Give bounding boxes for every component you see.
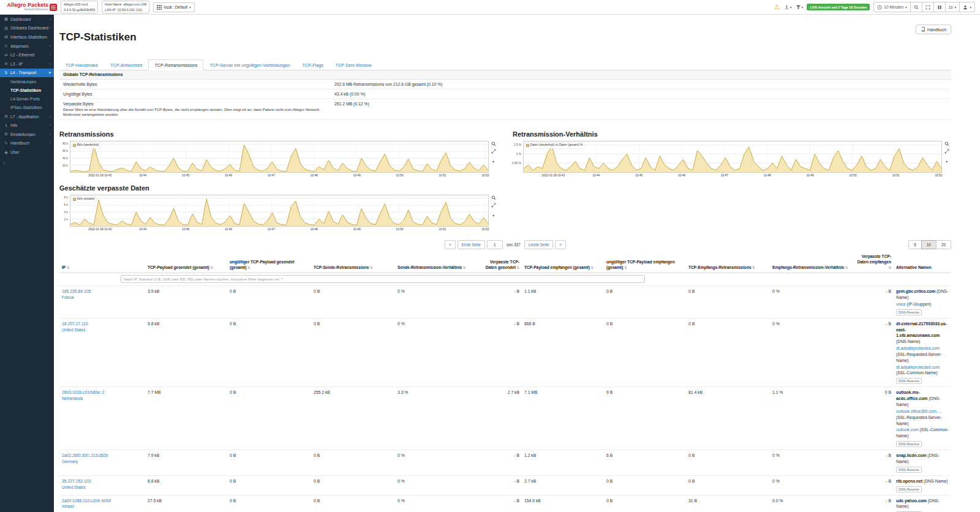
column-header-tcp-payload-empfangen-gesamt[interactable]: TCP-Payload empfangen (gesamt) ⇅ bbox=[522, 253, 604, 273]
sidebar-item-l4-transport[interactable]: ⇅L4 - Transport▾ bbox=[0, 69, 54, 78]
chart-range-button[interactable] bbox=[491, 149, 496, 154]
country-link[interactable]: United States bbox=[62, 485, 85, 489]
y-tick-label: 0.50 % bbox=[512, 162, 521, 165]
column-header-sende-retransmission-verh-ltnis[interactable]: Sende-Retransmission-Verhältnis ⇅ bbox=[395, 253, 479, 273]
chart-zoom-button[interactable] bbox=[491, 195, 496, 200]
chart-options-button[interactable]: ▾ bbox=[492, 210, 494, 218]
dns-resolve-button[interactable]: DNS-Resolve bbox=[896, 378, 922, 384]
sidebar-item-dashboard[interactable]: ▦Dashboard› bbox=[0, 15, 54, 24]
column-header-verpasste-tcp-daten-empfangen[interactable]: Verpasste TCP-Daten empfangen ⇅ bbox=[854, 253, 894, 273]
sidebar-item-allgemein[interactable]: ⊙Allgemein› bbox=[0, 42, 54, 51]
sidebar-item-info[interactable]: ℹInfo› bbox=[0, 121, 54, 130]
last-page-button[interactable]: Letzte Seite bbox=[524, 240, 554, 249]
alt-name-link[interactable]: voice bbox=[896, 302, 906, 306]
ip-link[interactable]: 2603:1026:c03:680e::2 bbox=[62, 390, 105, 394]
chart-options-button[interactable]: ▾ bbox=[492, 156, 494, 164]
column-header-verpasste-tcp-daten-gesendet[interactable]: Verpasste TCP-Daten gesendet ⇅ bbox=[479, 253, 522, 273]
chevron-down-icon: ▾ bbox=[48, 70, 51, 75]
country-link[interactable]: France bbox=[62, 295, 74, 299]
logo-title: Allegro Packets bbox=[7, 2, 48, 8]
last-page-arrow-button[interactable]: » bbox=[555, 240, 566, 249]
tab-tcp-retransmissions[interactable]: TCP-Retransmissions bbox=[148, 59, 203, 70]
x-tick-label: 10:48 bbox=[311, 174, 318, 177]
fullscreen-button[interactable] bbox=[922, 2, 934, 12]
sidebar-item-interface-statistiken[interactable]: ▤Interface-Statistiken bbox=[0, 32, 54, 42]
dns-resolve-button[interactable]: DNS-Resolve bbox=[896, 441, 922, 447]
ip-link[interactable]: 2a02:26f0:300::213:d52b bbox=[62, 453, 108, 457]
column-header-ung-ltiger-tcp-payload-gesendet-gesamt[interactable]: ungültiger TCP-Payload gesendet (gesamt)… bbox=[227, 253, 311, 273]
alt-name-link[interactable]: dt.adsafeprotected.com bbox=[896, 346, 940, 350]
host-info[interactable]: Host-Name: allegro-mm-1f9f LAN-IP: 10.54… bbox=[102, 1, 149, 13]
dns-resolve-button[interactable]: DNS-Resolve bbox=[896, 309, 922, 315]
pause-button[interactable] bbox=[933, 2, 946, 12]
dns-resolve-button[interactable]: DNS-Resolve bbox=[896, 486, 922, 492]
page-size-button-20[interactable]: 20 bbox=[936, 240, 951, 249]
chart-zoom-button[interactable] bbox=[491, 141, 496, 146]
tab-tcp-flags[interactable]: TCP-Flags bbox=[296, 59, 329, 70]
country-link[interactable]: Germany bbox=[62, 459, 78, 464]
column-header-tcp-empfangs-retransmissions[interactable]: TCP-Empfangs-Retransmissions ⇅ bbox=[686, 253, 770, 273]
sidebar-collapse-toggle[interactable]: ‹ bbox=[0, 157, 54, 166]
download-button[interactable]: ▾ bbox=[784, 4, 792, 10]
warning-button[interactable]: ⚠ bbox=[774, 4, 780, 10]
tab-tcp-zero-window[interactable]: TCP Zero Window bbox=[330, 59, 378, 70]
sidebar-item-ipsec-statistiken[interactable]: IPSec-Statistiken bbox=[0, 104, 54, 112]
user-menu-button[interactable]: ▾ bbox=[959, 2, 975, 12]
page-size-button-10[interactable]: 10 bbox=[921, 240, 937, 249]
column-header-empfangs-retransmission-verh-ltnis[interactable]: Empfangs-Retransmission-Verhältnis ⇅ bbox=[770, 253, 854, 273]
country-link[interactable]: Netherlands bbox=[62, 396, 83, 401]
chart-plot[interactable]: Daten (wiederholt) zu Daten (gesamt) % bbox=[523, 141, 942, 173]
chart-plot[interactable]: Bit/s (wiederholt) bbox=[70, 141, 489, 173]
time-range-selector[interactable]: 10 Minuten ▾ bbox=[873, 2, 910, 12]
sidebar-item-label: Dashboard bbox=[10, 17, 48, 21]
filter-button[interactable]: ▾ bbox=[796, 4, 804, 10]
ip-link[interactable]: 185.235.84.105 bbox=[62, 289, 91, 293]
ip-link[interactable]: 18.207.27.110 bbox=[62, 322, 88, 326]
page-size-button-5[interactable]: 5 bbox=[908, 240, 922, 249]
alt-name-link[interactable]: outlook.com bbox=[896, 427, 919, 432]
alt-names-cell: snap.licdn.com (DNS-Name)DNS-Resolve bbox=[894, 450, 951, 476]
sidebar-item-globales-dashboard[interactable]: ▥Globales Dashboard› bbox=[0, 24, 54, 33]
sidebar-item-handbuch[interactable]: ✎Handbuch› bbox=[0, 139, 54, 148]
sidebar-item-tcp-statistiken[interactable]: TCP-Statistiken bbox=[0, 86, 54, 94]
country-link[interactable]: United States bbox=[62, 328, 85, 332]
sidebar-item-l3-ip[interactable]: ⊕L3 - IP› bbox=[0, 59, 54, 69]
column-header-tcp-payload-gesendet-gesamt[interactable]: TCP-Payload gesendet (gesamt) ⇅ bbox=[145, 253, 227, 273]
sidebar-item-einstellungen[interactable]: ⚙Einstellungen› bbox=[0, 130, 54, 139]
sidebar-item-l4-server-ports[interactable]: L4-Server-Ports bbox=[0, 95, 54, 104]
column-header-ip[interactable]: IP ⇅ bbox=[59, 253, 145, 273]
manual-button[interactable]: Handbuch bbox=[916, 24, 951, 34]
chart-range-button[interactable] bbox=[944, 149, 949, 154]
table-filter-input[interactable] bbox=[121, 275, 645, 283]
refresh-interval-selector[interactable]: 1s ▾ bbox=[945, 2, 960, 12]
ip-link[interactable]: 2a00:1288:110:c204::b000 bbox=[62, 499, 111, 503]
sidebar-item-verbindungen[interactable]: Verbindungen bbox=[0, 77, 54, 86]
device-info[interactable]: Allegro-200-rev1 3.4.0-31-gc8e93b956 bbox=[61, 1, 98, 13]
page-number-input[interactable] bbox=[487, 240, 503, 249]
country-link[interactable]: Ireland bbox=[62, 504, 74, 508]
dns-resolve-button[interactable]: DNS-Resolve bbox=[896, 467, 922, 473]
first-page-arrow-button[interactable]: « bbox=[445, 240, 456, 249]
live-view-badge[interactable]: LIVE-Ansicht seit 2 Tage 18 Stunden bbox=[807, 4, 870, 10]
tab-tcp-antwortzeit[interactable]: TCP-Antwortzeit bbox=[104, 59, 148, 70]
column-header-ung-ltiger-tcp-payload-empfangen-gesamt[interactable]: ungültiger TCP-Payload empfangen (gesamt… bbox=[604, 253, 686, 273]
profile-selector[interactable]: local : Default ▾ bbox=[153, 2, 194, 12]
sidebar-item-l2-ethernet[interactable]: ⇄L2 - Ethernet› bbox=[0, 50, 54, 59]
alt-name-link[interactable]: outlook.office365.com, ... bbox=[896, 409, 942, 413]
tab-tcp-server-mit-ung-ltigen-verbindungen[interactable]: TCP-Server mit ungültigen Verbindungen bbox=[203, 59, 296, 70]
metric-cell: 0 B bbox=[227, 318, 311, 387]
chart-range-button[interactable] bbox=[491, 203, 496, 208]
sidebar-item-ber[interactable]: ◉Über bbox=[0, 148, 54, 157]
sidebar-item-l7-applikation[interactable]: ⊞L7 - Applikation› bbox=[0, 112, 54, 121]
chart-options-button[interactable]: ▾ bbox=[946, 156, 948, 164]
chart-zoom-button[interactable] bbox=[944, 141, 949, 146]
chart-title: Geschätzte verpasste Daten bbox=[59, 184, 498, 192]
chart-plot[interactable]: bit/s verpasst bbox=[70, 195, 489, 227]
column-header-tcp-sende-retransmissions[interactable]: TCP-Sende-Retransmissions ⇅ bbox=[311, 253, 395, 273]
logo[interactable]: Allegro Packets Network Multimeter bbox=[2, 2, 57, 12]
first-page-button[interactable]: Erste Seite bbox=[458, 240, 485, 249]
search-button[interactable] bbox=[910, 2, 922, 12]
tab-tcp-handshake[interactable]: TCP-Handshake bbox=[59, 59, 104, 70]
alt-name-link[interactable]: dt.adsafeprotected.com bbox=[896, 365, 940, 369]
ip-link[interactable]: 35.227.252.103 bbox=[62, 479, 91, 483]
